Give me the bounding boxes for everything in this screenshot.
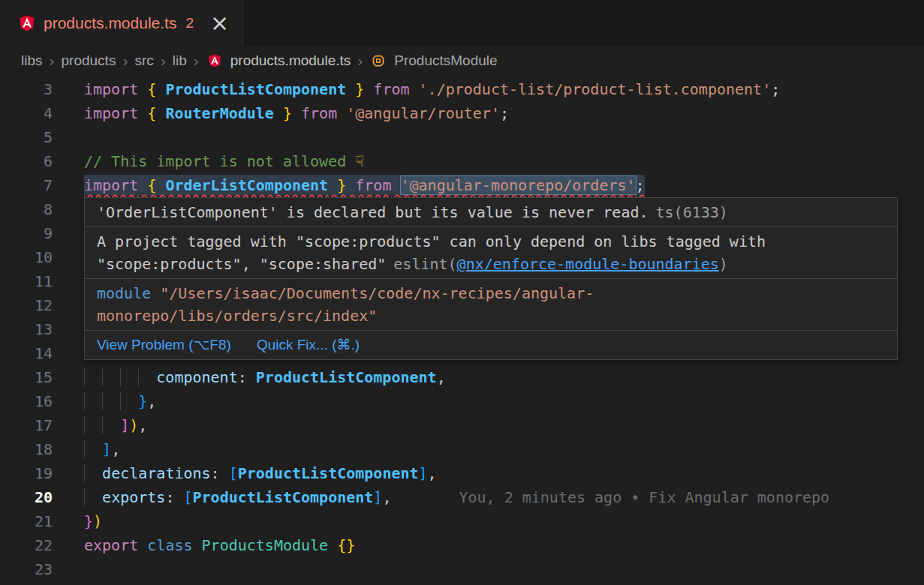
editor[interactable]: 3import { ProductListComponent } from '.…: [0, 75, 924, 585]
code-token: [274, 104, 283, 122]
line-number[interactable]: 23: [0, 557, 53, 581]
code-line[interactable]: 19 declarations: [ProductListComponent],: [0, 461, 924, 485]
code-token: ProductListComponent: [238, 464, 419, 482]
line-number[interactable]: 6: [0, 149, 53, 173]
code-line-content[interactable]: ]),: [84, 413, 147, 437]
line-number[interactable]: 22: [0, 533, 53, 557]
line-number[interactable]: 19: [0, 461, 53, 485]
line-number[interactable]: 13: [0, 317, 53, 341]
close-icon[interactable]: ×: [210, 12, 229, 34]
code-line[interactable]: 4import { RouterModule } from '@angular/…: [0, 101, 924, 125]
breadcrumb-separator: ›: [122, 52, 128, 70]
code-token: [138, 536, 147, 554]
code-token: }: [138, 392, 147, 410]
code-token: {: [147, 176, 156, 194]
line-number[interactable]: 7: [0, 173, 53, 197]
code-token: }: [337, 176, 346, 194]
quick-fix-action[interactable]: Quick Fix... (⌘.): [257, 334, 360, 356]
line-number[interactable]: 14: [0, 341, 53, 365]
code-line[interactable]: 5: [0, 125, 924, 149]
code-token: ,: [437, 368, 446, 386]
line-number-active[interactable]: 20: [0, 485, 53, 509]
code-line-content[interactable]: // This import is not allowed ☟: [84, 149, 364, 173]
code-token: [156, 80, 165, 98]
code-line[interactable]: 6// This import is not allowed ☟: [0, 149, 924, 173]
code-line[interactable]: 16 },: [0, 389, 924, 413]
module-keyword: module: [97, 284, 151, 302]
code-line[interactable]: 7import { OrderListComponent } from '@an…: [0, 173, 924, 197]
code-token: ): [93, 512, 102, 530]
code-token: ,: [111, 440, 120, 458]
hover-ts-section: 'OrderListComponent' is declared but its…: [85, 198, 897, 226]
module-path-line1: "/Users/isaac/Documents/code/nx-recipes/…: [160, 284, 594, 302]
code-line[interactable]: 21}): [0, 509, 924, 533]
breadcrumb-item-products[interactable]: products: [62, 52, 116, 69]
code-line-content[interactable]: component: ProductListComponent,: [84, 365, 446, 389]
line-number[interactable]: 12: [0, 293, 53, 317]
breadcrumb-item-lib[interactable]: lib: [173, 52, 187, 69]
code-line[interactable]: 23: [0, 557, 924, 581]
code-line-content[interactable]: declarations: [ProductListComponent],: [84, 461, 437, 485]
code-token: [84, 488, 102, 506]
line-number[interactable]: 8: [0, 197, 53, 221]
code-token: [84, 368, 156, 386]
code-line[interactable]: 3import { ProductListComponent } from '.…: [0, 77, 924, 101]
view-problem-action[interactable]: View Problem (⌥F8): [97, 334, 231, 356]
code-token: declarations: [102, 464, 211, 482]
code-line-content[interactable]: import { ProductListComponent } from './…: [84, 77, 780, 101]
code-token: ProductListComponent: [165, 80, 346, 98]
code-token: [: [183, 488, 192, 506]
line-number[interactable]: 18: [0, 437, 53, 461]
breadcrumb-item-src[interactable]: src: [134, 52, 153, 69]
code-line-content[interactable]: import { RouterModule } from '@angular/r…: [84, 101, 509, 125]
code-token: ;: [636, 176, 645, 194]
code-token: {: [147, 80, 156, 98]
code-line[interactable]: 15 component: ProductListComponent,: [0, 365, 924, 389]
tab-error-count-badge: 2: [185, 15, 194, 32]
error-squiggle-range[interactable]: import { OrderListComponent } from '@ang…: [84, 175, 645, 196]
breadcrumb-item-file[interactable]: products.module.ts: [230, 52, 351, 69]
code-token: // This import is not allowed: [84, 152, 355, 170]
code-line[interactable]: 17 ]),: [0, 413, 924, 437]
code-line[interactable]: 22export class ProductsModule {}: [0, 533, 924, 557]
line-number[interactable]: 21: [0, 509, 53, 533]
line-number[interactable]: 10: [0, 245, 53, 269]
code-line-content[interactable]: }): [84, 509, 102, 533]
eslint-rule-link[interactable]: @nx/enforce-module-boundaries: [457, 255, 719, 273]
eslint-source-open: eslint(: [393, 255, 456, 273]
line-number[interactable]: 17: [0, 413, 53, 437]
line-number[interactable]: 11: [0, 269, 53, 293]
code-line-content[interactable]: exports: [ProductListComponent],You, 2 m…: [84, 485, 829, 509]
code-line-content[interactable]: import { OrderListComponent } from '@ang…: [84, 173, 645, 197]
breadcrumb-separator: ›: [357, 52, 363, 70]
code-token: {: [147, 104, 156, 122]
code-line[interactable]: 18 ],: [0, 437, 924, 461]
code-token: class: [147, 536, 192, 554]
line-number[interactable]: 15: [0, 365, 53, 389]
code-line-content[interactable]: export class ProductsModule {}: [84, 533, 355, 557]
code-line-content[interactable]: ],: [84, 437, 120, 461]
code-token: [364, 80, 373, 98]
code-token: component: [156, 368, 237, 386]
breadcrumb-separator: ›: [161, 52, 166, 70]
code-line-content[interactable]: },: [84, 389, 156, 413]
line-number[interactable]: 9: [0, 221, 53, 245]
line-number[interactable]: 16: [0, 389, 53, 413]
code-token: export: [84, 536, 138, 554]
code-token: {}: [337, 536, 355, 554]
breadcrumb-item-symbol[interactable]: ProductsModule: [394, 52, 497, 69]
line-number[interactable]: 3: [0, 77, 53, 101]
line-number[interactable]: 5: [0, 125, 53, 149]
code-token: [346, 176, 355, 194]
tab-products-module[interactable]: products.module.ts 2 ×: [0, 0, 243, 46]
line-number[interactable]: 4: [0, 101, 53, 125]
code-token: ): [129, 416, 138, 434]
hover-eslint-section: A project tagged with "scope:products" c…: [85, 226, 897, 278]
tab-bar: products.module.ts 2 ×: [0, 0, 924, 46]
code-token: import: [84, 80, 138, 98]
breadcrumb-item-libs[interactable]: libs: [21, 52, 43, 69]
code-line[interactable]: 20 exports: [ProductListComponent],You, …: [0, 485, 924, 509]
code-token: [84, 392, 138, 410]
code-token: [410, 80, 419, 98]
ts-error-message: 'OrderListComponent' is declared but its…: [97, 203, 649, 221]
